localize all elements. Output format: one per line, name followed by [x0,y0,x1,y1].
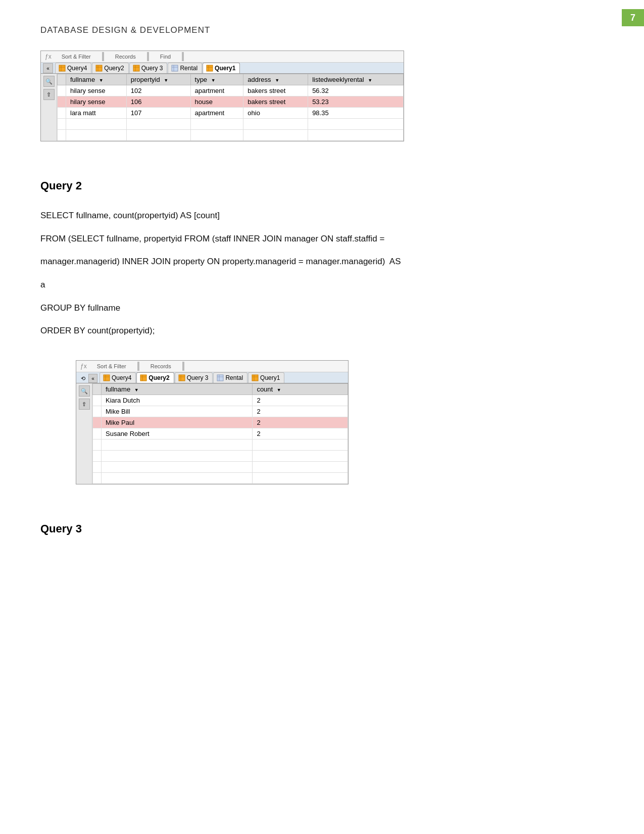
svg-rect-15 [104,375,110,381]
sql-line-2: FROM (SELECT fullname, propertyid FROM (… [40,230,604,248]
query2-result-section: ƒx Sort & Filter Records ⟲ « Query4 [40,360,604,502]
q2-empty3-col2 [253,462,348,473]
query2-heading: Query 2 [40,179,604,192]
query4-icon [59,65,66,72]
toolbar-sep-3 [182,52,184,61]
back-arrow-btn[interactable]: ⟲ [78,374,87,383]
toolbar-sep-1 [102,52,104,61]
query2-section: Query 2 SELECT fullname, count(propertyi… [40,179,604,340]
tab-rental[interactable]: Rental [168,63,202,73]
table-row-empty-1 [58,119,404,130]
empty2-col2 [126,130,190,141]
row2-selector-4 [93,428,102,439]
tab2-query4[interactable]: Query4 [100,372,136,383]
svg-rect-24 [217,375,223,381]
row1-type: apartment [190,85,243,96]
table-row: Kiara Dutch 2 [93,395,348,406]
tab-query3-label: Query 3 [141,65,163,72]
q2-empty4-col2 [253,473,348,484]
q2-row3-count: 2 [253,417,348,428]
row2-propertyid: 106 [126,96,190,108]
toolbar-sep-2 [147,52,149,61]
tab2-query1[interactable]: Query1 [248,372,284,383]
records-label: Records [114,54,137,60]
tab-query1[interactable]: Query1 [203,63,240,73]
query1-icon [206,65,213,72]
tab2-query3[interactable]: Query 3 [175,372,213,383]
tab2-query2-label: Query2 [148,374,169,381]
table-row: hilary sense 102 apartment bakers street… [58,85,404,96]
sidebar-up-btn[interactable]: ⇧ [43,89,55,100]
query3-section: Query 3 [40,522,604,535]
row2-address: bakers street [243,96,308,108]
toolbar-label-fx: ƒx [44,53,53,60]
col-propertyid[interactable]: propertyid ▼ [126,74,190,85]
svg-rect-12 [207,65,213,71]
col2-count[interactable]: count ▼ [253,384,348,395]
col-fullname[interactable]: fullname ▼ [66,74,127,85]
rental2-icon [217,374,224,381]
query1-result-section: ƒx Sort & Filter Records Find « Query4 Q [40,51,604,159]
tab2-query2[interactable]: Query2 [136,372,174,383]
row-selector-header2 [93,384,102,395]
row-selector-3 [58,108,66,119]
query1-header-row: fullname ▼ propertyid ▼ type ▼ address ▼… [58,74,404,85]
q2-row1-count: 2 [253,395,348,406]
row2-rental: 53.23 [308,96,404,108]
col-address[interactable]: address ▼ [243,74,308,85]
sql-line-5: GROUP BY fullname [40,299,604,317]
query2-table-area: fullname ▼ count ▼ Kiara Dutch 2 [92,383,348,484]
empty1-col2 [126,119,190,130]
tab-query2[interactable]: Query2 [92,63,128,73]
sidebar-search-btn[interactable]: 🔍 [43,76,55,87]
tab-query1-label: Query1 [215,65,235,72]
tab2-rental[interactable]: Rental [213,372,247,383]
q1-icon [252,374,259,381]
row2-selector-3 [93,417,102,428]
svg-rect-21 [179,375,185,381]
col2-fullname[interactable]: fullname ▼ [102,384,253,395]
row3-address: ohio [243,108,308,119]
col-listedweeklyrental[interactable]: listedweeklyrental ▼ [308,74,404,85]
sidebar2-up-btn[interactable]: ⇧ [79,399,90,410]
q2-empty3-col1 [102,462,253,473]
q4-icon [103,374,110,381]
query3-heading: Query 3 [40,522,604,535]
collapse-btn-2[interactable]: « [88,374,97,383]
col-type[interactable]: type ▼ [190,74,243,85]
row2-selector-2 [93,406,102,417]
query2-tabs-row: ⟲ « Query4 Query2 Query 3 Rental [76,372,348,383]
q2-icon [140,374,147,381]
q2-row2-count: 2 [253,406,348,417]
row-selector-1 [58,85,66,96]
row3-type: apartment [190,108,243,119]
tab-query4[interactable]: Query4 [55,63,91,73]
table-row-empty-3 [93,462,348,473]
table-row-empty-4 [93,473,348,484]
svg-rect-27 [252,375,258,381]
query1-db-window: ƒx Sort & Filter Records Find « Query4 Q [40,51,404,141]
row-selector-empty2 [58,130,66,141]
tab-query3[interactable]: Query 3 [129,63,168,73]
empty2-col3 [190,130,243,141]
q2-row4-fullname: Susane Robert [102,428,253,439]
collapse-btn[interactable]: « [43,63,53,73]
row2-selector-e1 [93,439,102,451]
sql-line-3: manager.managerid) INNER JOIN property O… [40,253,604,271]
empty1-col4 [243,119,308,130]
table-row-empty-2 [93,451,348,462]
tab2-query3-label: Query 3 [187,374,209,381]
row-selector-header [58,74,66,85]
row2-fullname: hilary sense [66,96,127,108]
find-label: Find [159,54,172,60]
sidebar2-search-btn[interactable]: 🔍 [79,385,90,397]
q2-empty2-col2 [253,451,348,462]
page-number-badge: 7 [622,9,644,26]
page: 7 DATABASE DESIGN & DEVELOPMENT ƒx Sort … [0,0,644,834]
toolbar2-sep-2 [182,362,184,371]
svg-rect-18 [140,375,146,381]
table-row-empty-2 [58,130,404,141]
row1-propertyid: 102 [126,85,190,96]
row2-selector-1 [93,395,102,406]
query2-sidebar: 🔍 ⇧ [76,383,92,484]
